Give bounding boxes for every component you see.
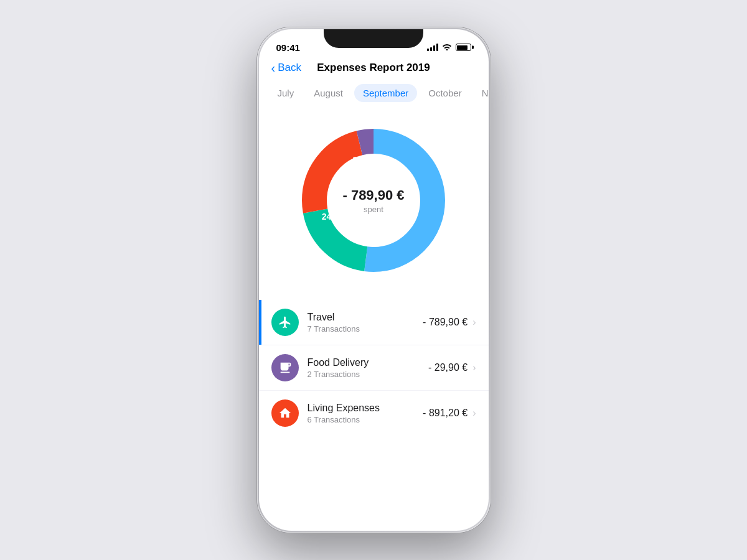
expense-item-living[interactable]: Living Expenses 6 Transactions - 891,20 … bbox=[259, 391, 489, 436]
donut-center: - 789,90 € spent bbox=[342, 187, 404, 214]
segment-label-24: 24% bbox=[322, 212, 339, 222]
back-label: Back bbox=[278, 62, 301, 74]
month-tabs: July August September October Nov bbox=[259, 79, 489, 107]
tab-november[interactable]: Nov bbox=[473, 84, 489, 102]
food-icon bbox=[271, 354, 299, 381]
status-time: 09:41 bbox=[276, 42, 300, 53]
travel-transactions: 7 Transactions bbox=[308, 324, 423, 334]
travel-info: Travel 7 Transactions bbox=[308, 312, 423, 334]
food-name: Food Delivery bbox=[308, 357, 429, 368]
tab-july[interactable]: July bbox=[269, 84, 303, 102]
food-chevron-icon: › bbox=[472, 362, 476, 373]
back-button[interactable]: ‹ Back bbox=[271, 62, 301, 74]
donut-chart: - 789,90 € spent 52% 20% 24% 4% bbox=[293, 119, 454, 281]
status-icons bbox=[427, 43, 471, 52]
segment-label-20: 20% bbox=[352, 155, 370, 165]
living-chevron-icon: › bbox=[472, 408, 476, 419]
travel-name: Travel bbox=[308, 312, 423, 323]
living-transactions: 6 Transactions bbox=[308, 415, 423, 424]
expense-list: Travel 7 Transactions - 789,90 € › Food … bbox=[259, 287, 489, 436]
donut-spent-label: spent bbox=[342, 205, 404, 214]
tab-october[interactable]: October bbox=[420, 84, 470, 102]
expense-item-travel[interactable]: Travel 7 Transactions - 789,90 € › bbox=[259, 300, 489, 345]
phone-frame: 09:41 ‹ bbox=[257, 27, 491, 533]
segment-label-4: 4% bbox=[359, 235, 372, 245]
living-icon bbox=[271, 399, 299, 427]
living-name: Living Expenses bbox=[308, 403, 423, 414]
notch bbox=[324, 29, 423, 48]
nav-bar: ‹ Back Expenses Report 2019 bbox=[259, 57, 489, 79]
living-info: Living Expenses 6 Transactions bbox=[308, 403, 423, 424]
phone-screen: 09:41 ‹ bbox=[259, 29, 489, 531]
food-amount: - 29,90 € bbox=[428, 362, 467, 373]
chart-container: - 789,90 € spent 52% 20% 24% 4% bbox=[259, 107, 489, 287]
signal-icon bbox=[427, 44, 438, 51]
page-title: Expenses Report 2019 bbox=[317, 62, 430, 74]
travel-chevron-icon: › bbox=[472, 317, 476, 328]
battery-icon bbox=[456, 44, 471, 51]
back-chevron-icon: ‹ bbox=[271, 62, 276, 74]
tab-september[interactable]: September bbox=[354, 84, 417, 102]
accent-bar bbox=[259, 300, 261, 345]
food-info: Food Delivery 2 Transactions bbox=[308, 357, 429, 379]
travel-icon bbox=[271, 309, 299, 336]
expense-item-food[interactable]: Food Delivery 2 Transactions - 29,90 € › bbox=[259, 345, 489, 391]
wifi-icon bbox=[442, 43, 452, 52]
segment-label-52: 52% bbox=[393, 181, 410, 191]
food-transactions: 2 Transactions bbox=[308, 370, 429, 379]
tab-august[interactable]: August bbox=[305, 84, 352, 102]
living-amount: - 891,20 € bbox=[423, 408, 467, 419]
travel-amount: - 789,90 € bbox=[423, 317, 467, 328]
